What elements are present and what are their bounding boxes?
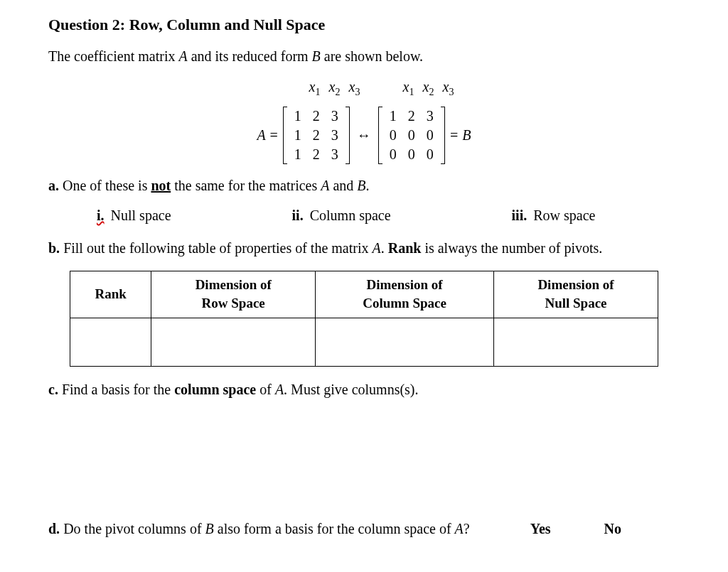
part-c: c. Find a basis for the column space of … [48,379,680,399]
choice-ii[interactable]: ii. Column space [292,205,391,225]
choice-i-label: i. [97,207,105,223]
part-a: a. One of these is not the same for the … [48,176,680,195]
part-c-label: c. [48,382,58,397]
choices-row: i. Null space ii. Column space iii. Row … [48,205,680,225]
part-a-pre: One of these is [59,178,151,193]
part-d-q: ? [464,521,470,536]
choice-iii-text: Row space [530,207,595,223]
part-c-pre: Find a basis for the [58,382,174,397]
col-nullspace: Dimension ofNull Space [493,271,658,318]
col-rank: Rank [70,271,151,318]
answer-no[interactable]: No [604,519,621,539]
choice-ii-text: Column space [306,207,391,223]
cell-rowspace[interactable] [151,318,316,366]
part-b-post: is always the number of pivots. [421,240,602,256]
matrix-a: 123 123 123 [283,107,350,164]
and-text: and [329,178,357,193]
choice-ii-label: ii. [292,207,304,223]
cell-nullspace[interactable] [493,318,658,366]
not-underlined: not [151,178,171,193]
b-ref: B [357,178,365,193]
cell-colspace[interactable] [316,318,494,366]
part-d: d. Do the pivot columns of B also form a… [48,519,680,539]
part-b-mid: . [381,240,388,256]
part-a-label: a. [48,178,59,193]
var-headers-a: x1 x2 x3 [304,75,365,101]
a-ref-b: A [372,240,380,256]
part-d-pre: Do the pivot columns of [60,521,205,536]
part-b-label: b. [48,240,60,256]
part-c-answer-space[interactable] [48,409,680,509]
properties-table-wrap: Rank Dimension ofRow Space Dimension ofC… [70,271,658,367]
cell-rank[interactable] [70,318,151,366]
intro-text: The coefficient matrix A and its reduced… [48,46,680,66]
matrix-b-ref: B [312,48,321,64]
question-title: Question 2: Row, Column and Null Space [48,14,680,36]
b-ref-d: B [205,521,214,536]
arrow-icon: ↔ [357,124,371,146]
part-b: b. Fill out the following table of prope… [48,238,680,258]
col-rowspace: Dimension ofRow Space [151,271,316,318]
matrix-a-ref: A [178,48,187,64]
column-space-bold: column space [174,382,256,397]
choice-iii[interactable]: iii. Row space [512,205,596,225]
properties-table: Rank Dimension ofRow Space Dimension ofC… [70,271,658,367]
part-c-of: of [256,382,275,397]
choice-i[interactable]: i. Null space [97,205,171,225]
var-headers-b: x1 x2 x3 [398,75,459,101]
rank-bold: Rank [388,240,422,256]
a-equals: A = [257,124,278,146]
matrix-display: x1 x2 x3 x1 x2 x3 A = 123 123 123 ↔ [48,75,680,164]
matrix-b: 123 000 000 [378,107,445,164]
period: . [366,178,370,193]
intro-mid: and its reduced form [188,48,312,64]
col-colspace: Dimension ofColumn Space [316,271,494,318]
part-a-post: the same for the matrices [171,178,321,193]
choice-iii-label: iii. [512,207,528,223]
equals-b: = B [449,124,471,146]
choice-i-text: Null space [107,207,171,223]
answer-yes[interactable]: Yes [530,519,551,539]
part-d-label: d. [48,521,60,536]
intro-pre: The coefficient matrix [48,48,178,64]
a-ref-c: A [275,382,284,397]
part-c-tail: . Must give columns(s). [284,382,418,397]
a-ref: A [321,178,329,193]
part-d-mid: also form a basis for the column space o… [214,521,455,536]
intro-post: are shown below. [321,48,423,64]
a-ref-d: A [455,521,464,536]
part-b-pre: Fill out the following table of properti… [60,240,372,256]
